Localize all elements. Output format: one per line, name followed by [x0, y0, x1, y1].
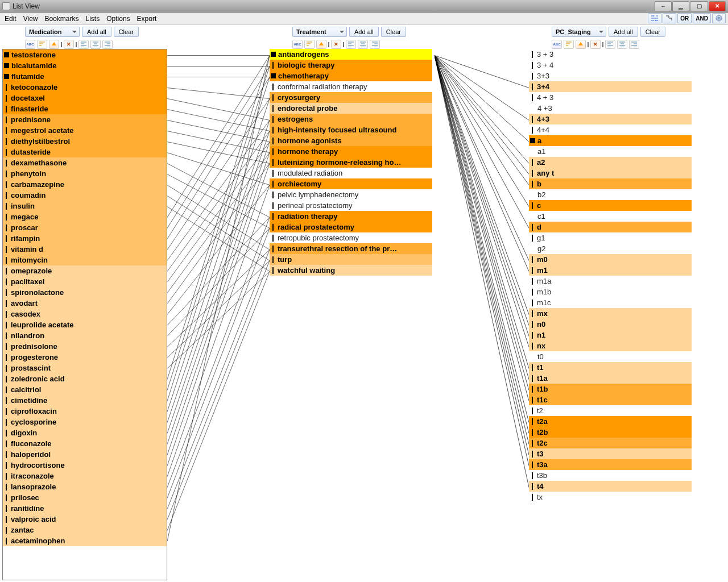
list-item-pc-staging[interactable]: c1 — [529, 211, 692, 222]
list-item-medication[interactable]: acetaminophen — [3, 535, 167, 546]
list-item-medication[interactable]: paclitaxel — [3, 276, 167, 287]
list-item-treatment[interactable]: cryosurgery — [270, 92, 432, 103]
list-item-medication[interactable]: proscar — [3, 222, 167, 233]
list-item-treatment[interactable]: orchiectomy — [270, 178, 432, 189]
align-left-icon[interactable] — [78, 40, 89, 49]
addall-button-medication[interactable]: Add all — [82, 27, 111, 37]
list-item-treatment[interactable]: chemotherapy — [270, 70, 432, 81]
list-item-pc-staging[interactable]: t2 — [529, 405, 692, 416]
dropdown-pc-staging[interactable]: PC_Staging — [552, 27, 606, 37]
menu-edit[interactable]: Edit — [1, 14, 20, 24]
list-item-medication[interactable]: casodex — [3, 309, 167, 319]
list-item-treatment[interactable]: retropubic prostatectomy — [270, 232, 432, 243]
list-item-medication[interactable]: fluconazole — [3, 438, 167, 449]
list-item-pc-staging[interactable]: m0 — [529, 254, 692, 265]
list-item-medication[interactable]: dexamethasone — [3, 157, 167, 168]
list-item-pc-staging[interactable]: a2 — [529, 157, 692, 168]
list-item-medication[interactable]: progesterone — [3, 352, 167, 363]
clear-filter-icon[interactable]: ✕ — [64, 40, 74, 49]
addall-button-pc-staging[interactable]: Add all — [609, 27, 638, 37]
list-item-medication[interactable]: megace — [3, 211, 167, 222]
list-item-medication[interactable]: lansoprazole — [3, 481, 167, 492]
list-item-medication[interactable]: nilandron — [3, 330, 167, 341]
list-item-pc-staging[interactable]: t1a — [529, 373, 692, 384]
list-item-medication[interactable]: hydrocortisone — [3, 460, 167, 471]
list-item-medication[interactable]: spironolactone — [3, 287, 167, 298]
list-item-medication[interactable]: avodart — [3, 298, 167, 309]
align-right-icon[interactable] — [370, 40, 380, 49]
list-item-pc-staging[interactable]: 3 + 3 — [529, 49, 692, 60]
list-treatment[interactable]: antiandrogensbiologic therapychemotherap… — [270, 49, 432, 580]
clear-filter-icon[interactable]: ✕ — [331, 40, 341, 49]
list-item-medication[interactable]: phenytoin — [3, 168, 167, 179]
clear-button-treatment[interactable]: Clear — [381, 27, 406, 37]
list-item-treatment[interactable]: estrogens — [270, 114, 432, 124]
list-item-pc-staging[interactable]: t2c — [529, 438, 692, 448]
dropdown-treatment[interactable]: Treatment — [292, 27, 347, 37]
sort-alpha-icon[interactable]: ABC — [25, 40, 35, 49]
sort-alpha-icon[interactable]: ABC — [552, 40, 562, 49]
list-item-pc-staging[interactable]: m1b — [529, 286, 692, 297]
addall-button-treatment[interactable]: Add all — [349, 27, 379, 37]
list-item-medication[interactable]: docetaxel — [3, 93, 167, 103]
list-item-pc-staging[interactable]: 3+4 — [529, 81, 692, 92]
clear-button-pc-staging[interactable]: Clear — [640, 27, 665, 37]
list-item-medication[interactable]: prilosec — [3, 492, 167, 503]
list-item-medication[interactable]: vitamin d — [3, 244, 167, 255]
logic-or-button[interactable]: OR — [677, 13, 692, 23]
list-item-pc-staging[interactable]: 4 +3 — [529, 103, 692, 114]
resize-handle-icon[interactable]: ↔ — [655, 1, 672, 11]
list-item-pc-staging[interactable]: m1c — [529, 297, 692, 308]
list-item-medication[interactable]: prostascint — [3, 363, 167, 373]
list-item-pc-staging[interactable]: mx — [529, 308, 692, 319]
list-item-medication[interactable]: ciprofloxacin — [3, 406, 167, 417]
list-item-pc-staging[interactable]: 3 + 4 — [529, 60, 692, 70]
clear-button-medication[interactable]: Clear — [114, 27, 139, 37]
list-item-pc-staging[interactable]: b — [529, 178, 692, 189]
list-item-pc-staging[interactable]: t1c — [529, 394, 692, 405]
list-item-treatment[interactable]: endorectal probe — [270, 103, 432, 114]
list-item-treatment[interactable]: modulated radiation — [270, 168, 432, 178]
sort-count-icon[interactable] — [37, 40, 47, 49]
sort-alpha-icon[interactable]: ABC — [292, 40, 303, 49]
list-item-medication[interactable]: ketoconazole — [3, 82, 167, 93]
list-item-pc-staging[interactable]: m1a — [529, 276, 692, 286]
layout-step-icon[interactable] — [663, 13, 676, 23]
align-center-icon[interactable] — [358, 40, 368, 49]
align-center-icon[interactable] — [90, 40, 101, 49]
close-button[interactable]: ✕ — [709, 1, 726, 11]
list-item-treatment[interactable]: radiation therapy — [270, 211, 432, 222]
minimize-button[interactable]: ▁ — [672, 1, 689, 11]
sort-count-icon[interactable] — [304, 40, 315, 49]
list-item-medication[interactable]: diethylstilbestrol — [3, 136, 167, 147]
list-item-medication[interactable]: calcitriol — [3, 384, 167, 395]
list-item-medication[interactable]: omeprazole — [3, 265, 167, 276]
list-item-pc-staging[interactable]: t1 — [529, 362, 692, 373]
list-item-medication[interactable]: haloperidol — [3, 449, 167, 460]
list-item-medication[interactable]: coumadin — [3, 190, 167, 201]
list-item-medication[interactable]: dutasteride — [3, 147, 167, 157]
list-item-medication[interactable]: megestrol acetate — [3, 125, 167, 136]
list-item-pc-staging[interactable]: 4+4 — [529, 124, 692, 135]
list-item-medication[interactable]: bicalutamide — [3, 60, 167, 71]
menu-options[interactable]: Options — [103, 14, 133, 24]
list-item-pc-staging[interactable]: m1 — [529, 265, 692, 276]
sort-asc-icon[interactable] — [49, 40, 59, 49]
list-item-medication[interactable]: zoledronic acid — [3, 373, 167, 384]
sort-count-icon[interactable] — [564, 40, 574, 49]
list-item-medication[interactable]: cimetidine — [3, 395, 167, 406]
list-item-pc-staging[interactable]: d — [529, 222, 692, 232]
list-item-medication[interactable]: prednisone — [3, 114, 167, 125]
list-item-pc-staging[interactable]: 3+3 — [529, 70, 692, 81]
list-item-medication[interactable]: cyclosporine — [3, 417, 167, 427]
list-item-medication[interactable]: leuprolide acetate — [3, 319, 167, 330]
list-item-treatment[interactable]: hormone therapy — [270, 146, 432, 157]
list-item-pc-staging[interactable]: any t — [529, 168, 692, 178]
align-left-icon[interactable] — [346, 40, 356, 49]
list-item-pc-staging[interactable]: n1 — [529, 330, 692, 340]
list-item-medication[interactable]: itraconazole — [3, 471, 167, 481]
list-item-medication[interactable]: testosterone — [3, 49, 167, 60]
list-item-medication[interactable]: ranitidine — [3, 503, 167, 514]
list-item-pc-staging[interactable]: a1 — [529, 146, 692, 157]
list-item-pc-staging[interactable]: c — [529, 200, 692, 211]
